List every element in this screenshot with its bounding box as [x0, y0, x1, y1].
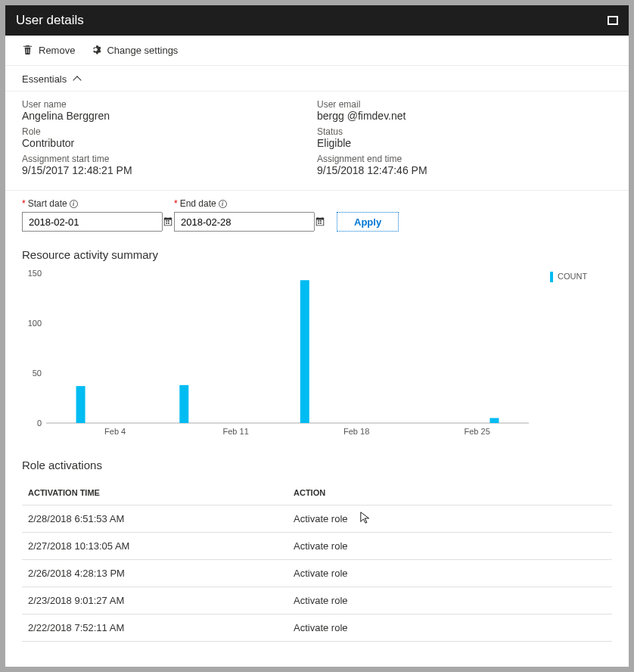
change-settings-button[interactable]: Change settings — [90, 44, 178, 58]
end-date-label: End date — [180, 198, 216, 209]
assignment-start-label: Assignment start time — [22, 154, 317, 164]
cell-action: Activate role — [287, 614, 612, 642]
chart-area: 050100150Feb 4Feb 11Feb 18Feb 25 COUNT — [5, 266, 629, 442]
svg-rect-11 — [300, 280, 309, 423]
col-activation-time[interactable]: ACTIVATION TIME — [22, 481, 287, 506]
trash-icon — [22, 44, 33, 58]
cell-activation-time: 2/27/2018 10:13:05 AM — [22, 533, 287, 560]
assignment-end-value: 9/15/2018 12:47:46 PM — [317, 164, 612, 176]
svg-rect-12 — [489, 418, 499, 423]
gear-icon — [90, 44, 101, 58]
end-date-calendar-button[interactable] — [314, 213, 325, 231]
table-row[interactable]: 2/27/2018 10:13:05 AMActivate role — [22, 533, 612, 560]
legend-swatch — [550, 272, 553, 282]
status-label: Status — [317, 126, 612, 137]
user-name-label: User name — [22, 99, 317, 110]
change-settings-label: Change settings — [107, 45, 178, 56]
svg-text:150: 150 — [28, 269, 42, 278]
table-row[interactable]: 2/22/2018 7:52:11 AMActivate role — [22, 614, 612, 642]
col-action[interactable]: ACTION — [287, 481, 612, 506]
assignment-start-value: 9/15/2017 12:48:21 PM — [22, 164, 317, 176]
window-title: User details — [16, 13, 84, 28]
calendar-icon — [315, 216, 325, 227]
role-activations-table: ACTIVATION TIME ACTION 2/28/2018 6:51:53… — [22, 481, 612, 642]
remove-label: Remove — [39, 45, 75, 56]
essentials-toggle[interactable]: Essentials — [5, 66, 629, 92]
svg-text:100: 100 — [28, 319, 42, 328]
activity-bar-chart: 050100150Feb 4Feb 11Feb 18Feb 25 — [22, 266, 536, 440]
titlebar-actions — [608, 16, 618, 25]
svg-rect-9 — [76, 386, 85, 423]
cell-action: Activate role — [287, 506, 612, 533]
cell-activation-time: 2/22/2018 7:52:11 AM — [22, 614, 287, 642]
svg-text:Feb 25: Feb 25 — [465, 427, 490, 436]
user-email-value: bergg @fimdev.net — [317, 110, 612, 122]
role-label: Role — [22, 126, 317, 137]
cell-action: Activate role — [287, 533, 612, 560]
role-activations-title: Role activations — [5, 442, 629, 476]
cell-activation-time: 2/23/2018 9:01:27 AM — [22, 587, 287, 614]
start-date-label: Start date — [28, 198, 67, 209]
assignment-end-label: Assignment end time — [317, 154, 612, 164]
svg-rect-10 — [179, 385, 188, 423]
end-date-input[interactable] — [175, 213, 314, 231]
cell-activation-time: 2/28/2018 6:51:53 AM — [22, 506, 287, 533]
date-filters: * Start date i * End date i — [5, 191, 629, 232]
essentials-label: Essentials — [22, 73, 67, 85]
cell-activation-time: 2/26/2018 4:28:13 PM — [22, 560, 287, 587]
required-indicator: * — [174, 198, 178, 209]
svg-text:Feb 4: Feb 4 — [104, 427, 126, 436]
info-icon[interactable]: i — [219, 200, 227, 208]
end-date-group: * End date i — [174, 198, 314, 232]
table-row[interactable]: 2/23/2018 9:01:27 AMActivate role — [22, 587, 612, 614]
calendar-icon — [163, 216, 173, 227]
svg-text:0: 0 — [37, 418, 42, 428]
essentials-panel: User name Angelina Berggren Role Contrib… — [5, 92, 629, 191]
user-email-label: User email — [317, 99, 612, 110]
maximize-icon[interactable] — [608, 16, 618, 25]
svg-text:50: 50 — [33, 369, 42, 378]
chevron-up-icon — [73, 76, 82, 84]
table-row[interactable]: 2/28/2018 6:51:53 AMActivate role — [22, 506, 612, 533]
cell-action: Activate role — [287, 587, 612, 614]
cell-action: Activate role — [287, 560, 612, 587]
window: User details Remove Change settings Esse… — [5, 5, 629, 667]
legend-label: COUNT — [558, 272, 587, 281]
start-date-calendar-button[interactable] — [162, 213, 173, 231]
chart-legend: COUNT — [550, 272, 612, 442]
info-icon[interactable]: i — [70, 200, 78, 208]
start-date-group: * Start date i — [22, 198, 162, 232]
role-value: Contributor — [22, 137, 317, 149]
status-value: Eligible — [317, 137, 612, 149]
apply-button[interactable]: Apply — [337, 212, 399, 232]
start-date-input[interactable] — [23, 213, 162, 231]
activity-summary-title: Resource activity summary — [5, 232, 629, 266]
titlebar: User details — [5, 5, 629, 36]
toolbar: Remove Change settings — [5, 36, 629, 66]
required-indicator: * — [22, 198, 26, 209]
svg-text:Feb 11: Feb 11 — [223, 427, 249, 436]
table-row[interactable]: 2/26/2018 4:28:13 PMActivate role — [22, 560, 612, 587]
user-name-value: Angelina Berggren — [22, 110, 317, 122]
remove-button[interactable]: Remove — [22, 44, 75, 58]
svg-text:Feb 18: Feb 18 — [343, 427, 369, 436]
